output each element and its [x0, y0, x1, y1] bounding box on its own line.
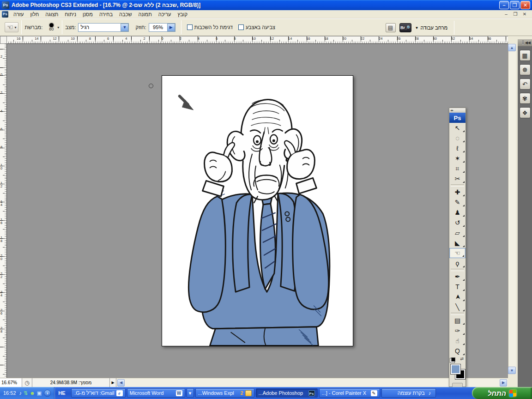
layers-palette-button[interactable]: ❖: [520, 107, 531, 118]
restore-button[interactable]: ❐: [510, 1, 520, 9]
toolbox-grip[interactable]: ◂▸: [449, 108, 466, 113]
combo-arrow-icon[interactable]: ▼: [121, 24, 128, 31]
sample-all-layers-checkbox[interactable]: [187, 24, 193, 30]
clone-stamp-tool[interactable]: ♟: [449, 207, 466, 218]
smudge-tool-icon: ☜: [7, 24, 13, 31]
history-brush-tool[interactable]: ↺: [449, 218, 466, 228]
brush-tool[interactable]: ✎: [449, 197, 466, 207]
strength-value: 95%: [149, 24, 167, 30]
document-minimize-button[interactable]: –: [503, 11, 509, 18]
ruler-number: 4: [198, 36, 200, 41]
smudge-tool-icon: ☜: [454, 249, 460, 257]
taskbar-button-1[interactable]: Gmail: דוא"ל מ-G...e: [71, 388, 126, 398]
menu-item-חלון[interactable]: חלון: [27, 11, 42, 18]
taskbar-button-4[interactable]: ...Windows Expl2: [195, 388, 254, 398]
spot-healing-brush-tool[interactable]: ✚: [449, 187, 466, 197]
taskbar-button-3[interactable]: ▾: [187, 388, 194, 398]
path-selection-tool[interactable]: ➤: [449, 292, 466, 302]
pen-tool[interactable]: ✒: [449, 272, 466, 282]
strength-input[interactable]: 95% ▶: [149, 23, 175, 32]
zoom-level-input[interactable]: 16.67%: [0, 378, 22, 387]
dock-header[interactable]: ◀◀: [518, 39, 532, 46]
scroll-down-button[interactable]: ▼: [508, 367, 516, 374]
menu-item-עזרה[interactable]: עזרה: [10, 11, 27, 18]
menu-item-תמונה[interactable]: תמונה: [135, 11, 155, 18]
line-tool[interactable]: ╲: [449, 302, 466, 312]
taskbar-button-2[interactable]: Microsoft WordW: [127, 388, 185, 398]
foreground-color-swatch[interactable]: [451, 364, 460, 374]
minimize-button[interactable]: –: [499, 1, 509, 9]
menu-item-קובץ[interactable]: קובץ: [174, 11, 190, 18]
history-palette-button[interactable]: ↶: [520, 79, 531, 90]
ruler-number: 2: [0, 55, 4, 58]
default-colors-icon[interactable]: [451, 357, 455, 362]
start-button[interactable]: התחל: [472, 387, 532, 399]
messenger-icon[interactable]: ☻: [30, 390, 35, 396]
expand-dock-icon[interactable]: ◀◀: [525, 41, 531, 45]
show-hidden-icons-button[interactable]: ›: [44, 390, 51, 397]
mode-value: רגיל: [79, 24, 121, 30]
brush-preview[interactable]: 80: [45, 23, 57, 31]
scroll-right-button[interactable]: ▶: [500, 379, 507, 387]
zoom-tool[interactable]: Q: [449, 346, 466, 356]
ruler-number: 8: [89, 36, 91, 41]
notes-tool[interactable]: ▤: [449, 315, 466, 326]
ruler-number: 10: [0, 163, 4, 170]
horizontal-ruler[interactable]: 1614121086420246810121416182022242628303…: [7, 36, 508, 44]
document-restore-button[interactable]: ❐: [512, 11, 519, 18]
eraser-tool[interactable]: ▱: [449, 228, 466, 238]
magic-wand-tool[interactable]: ✶: [449, 153, 466, 163]
document-icon[interactable]: Ps: [2, 11, 8, 18]
toggle-brushes-palette-button[interactable]: ▤: [386, 23, 396, 32]
lasso-tool[interactable]: ℓ: [449, 143, 466, 153]
tool-preset-button[interactable]: ☜ ▾: [5, 22, 18, 32]
navigator-palette-button[interactable]: ☸: [520, 64, 531, 75]
strength-arrow-button[interactable]: ▶: [167, 24, 175, 31]
smudge-tool[interactable]: ☜: [449, 248, 466, 258]
taskbar-button-5[interactable]: ...Adobe PhotoshopPs: [256, 388, 318, 398]
status-info-icon[interactable]: ◷: [22, 378, 32, 387]
workspace-dropdown[interactable]: מרחב עבודה ▼: [415, 25, 447, 30]
language-indicator[interactable]: HE: [54, 390, 69, 396]
ruler-number: 24: [0, 290, 4, 297]
paint-bucket-tool[interactable]: ◣: [449, 238, 466, 248]
hand-tool[interactable]: ☝: [449, 336, 466, 346]
mode-combobox[interactable]: רגיל ▼: [78, 23, 129, 32]
swatches-palette-button[interactable]: ▦: [520, 50, 531, 61]
menu-item-ניתוח[interactable]: ניתוח: [61, 11, 79, 18]
volume-icon[interactable]: ♪: [19, 390, 22, 396]
move-tool[interactable]: ↖: [449, 123, 466, 133]
document-close-button[interactable]: ✕: [521, 11, 528, 18]
network-activity-icon[interactable]: ⇅: [24, 390, 28, 396]
menu-item-תצוגה[interactable]: תצוגה: [42, 11, 61, 18]
scroll-up-button[interactable]: ▲: [508, 44, 516, 51]
brushes-palette-button[interactable]: ✾: [520, 93, 531, 104]
swap-colors-icon[interactable]: ⇄: [460, 357, 464, 361]
path-selection-tool-icon: ➤: [453, 294, 461, 300]
document-canvas[interactable]: [162, 75, 353, 346]
brush-dropdown-arrow-icon[interactable]: ▾: [57, 25, 59, 30]
go-to-bridge-button[interactable]: Br🔎: [399, 23, 411, 32]
crop-tool[interactable]: ⌗: [449, 163, 466, 174]
scroll-left-button[interactable]: ◀: [117, 379, 125, 387]
elliptical-marquee-tool[interactable]: ◌: [449, 133, 466, 143]
work-area[interactable]: [7, 44, 508, 378]
vertical-scrollbar[interactable]: ▲ ▼: [508, 44, 516, 374]
menu-item-מסנן[interactable]: מסנן: [79, 11, 96, 18]
eyedropper-tool[interactable]: ✑: [449, 326, 466, 336]
status-menu-arrow[interactable]: ▶: [110, 378, 116, 387]
system-tray: 16:52 ♪⇅☻▣ ›: [0, 387, 54, 399]
network-connections-icon[interactable]: ▣: [37, 390, 42, 396]
menu-item-בחירה[interactable]: בחירה: [96, 11, 116, 18]
vertical-ruler[interactable]: 20246810121416182022242628: [0, 44, 7, 378]
taskbar-button-label: בקרת עוצמה: [384, 390, 425, 396]
menu-item-שכבה[interactable]: שכבה: [116, 11, 135, 18]
close-button[interactable]: ✕: [520, 1, 530, 9]
type-tool[interactable]: T: [449, 282, 466, 292]
slice-tool[interactable]: ✂: [449, 174, 466, 184]
menu-item-עריכה[interactable]: עריכה: [155, 11, 175, 18]
dodge-tool[interactable]: ϙ: [449, 258, 466, 268]
taskbar-button-6[interactable]: ...] - Corel Painter X✎: [319, 388, 380, 398]
finger-painting-checkbox[interactable]: [238, 24, 244, 30]
taskbar-button-7[interactable]: בקרת עוצמה♪: [381, 388, 436, 398]
